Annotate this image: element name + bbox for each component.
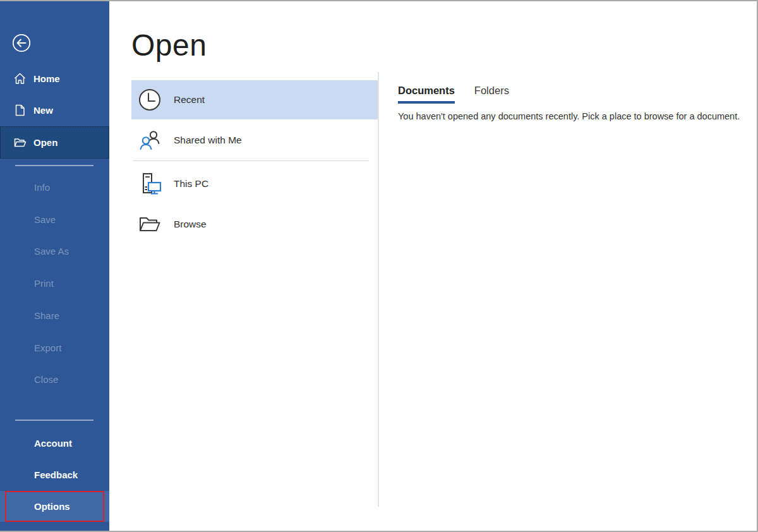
sidebar-divider — [15, 165, 93, 166]
browse-folder-icon — [138, 212, 162, 236]
open-places-list: Recent Shared with Me — [131, 80, 378, 242]
tab-folders[interactable]: Folders — [474, 85, 509, 104]
page-title: Open — [131, 28, 207, 63]
sidebar-item-close: Close — [0, 370, 109, 389]
new-document-icon — [13, 104, 27, 117]
sidebar-item-label: Export — [34, 342, 61, 353]
options-red-annotation-box — [5, 491, 104, 522]
sidebar-item-account[interactable]: Account — [0, 433, 109, 452]
sidebar-item-label: New — [33, 105, 53, 116]
empty-state-message: You haven't opened any documents recentl… — [398, 111, 740, 121]
sidebar-item-home[interactable]: Home — [0, 64, 109, 92]
place-label: This PC — [174, 178, 208, 190]
place-this-pc[interactable]: This PC — [131, 161, 378, 207]
sidebar-item-new[interactable]: New — [0, 96, 109, 124]
sidebar-item-feedback[interactable]: Feedback — [0, 465, 109, 484]
people-icon — [138, 128, 162, 152]
sidebar-item-label: Print — [34, 278, 54, 289]
sidebar-item-label: Save As — [34, 246, 69, 257]
sidebar-item-share: Share — [0, 306, 109, 325]
tab-documents[interactable]: Documents — [398, 85, 455, 104]
sidebar-item-label: Info — [34, 182, 50, 193]
place-recent[interactable]: Recent — [131, 80, 378, 119]
sidebar-item-label: Open — [33, 137, 57, 148]
recent-documents-panel: Documents Folders You haven't opened any… — [398, 85, 740, 121]
home-icon — [13, 72, 27, 85]
clock-icon — [138, 88, 162, 112]
sidebar-item-print: Print — [0, 274, 109, 293]
sidebar-item-label: Home — [33, 73, 60, 84]
sidebar-item-save: Save — [0, 210, 109, 229]
sidebar-item-label: Save — [34, 214, 56, 225]
panel-tabs: Documents Folders — [398, 85, 740, 104]
place-label: Shared with Me — [174, 135, 242, 146]
place-shared-with-me[interactable]: Shared with Me — [131, 119, 378, 160]
backstage-sidebar: Home New Open Info — [0, 1, 109, 531]
place-label: Browse — [174, 219, 207, 230]
back-arrow-icon — [11, 33, 32, 53]
sidebar-item-open[interactable]: Open — [0, 126, 109, 159]
pc-icon — [138, 172, 162, 196]
sidebar-item-export: Export — [0, 338, 109, 357]
sidebar-item-label: Feedback — [34, 469, 78, 480]
sidebar-divider — [15, 420, 93, 421]
sidebar-item-info: Info — [0, 178, 109, 196]
sidebar-item-save-as: Save As — [0, 241, 109, 260]
sidebar-item-label: Share — [34, 310, 59, 321]
vertical-divider — [378, 72, 379, 507]
word-backstage-open-view: Home New Open Info — [0, 0, 758, 532]
place-label: Recent — [174, 94, 205, 106]
place-browse[interactable]: Browse — [131, 207, 378, 242]
back-button[interactable] — [11, 33, 32, 53]
open-folder-icon — [13, 136, 27, 149]
sidebar-item-label: Close — [34, 374, 58, 385]
sidebar-item-label: Account — [34, 438, 72, 449]
